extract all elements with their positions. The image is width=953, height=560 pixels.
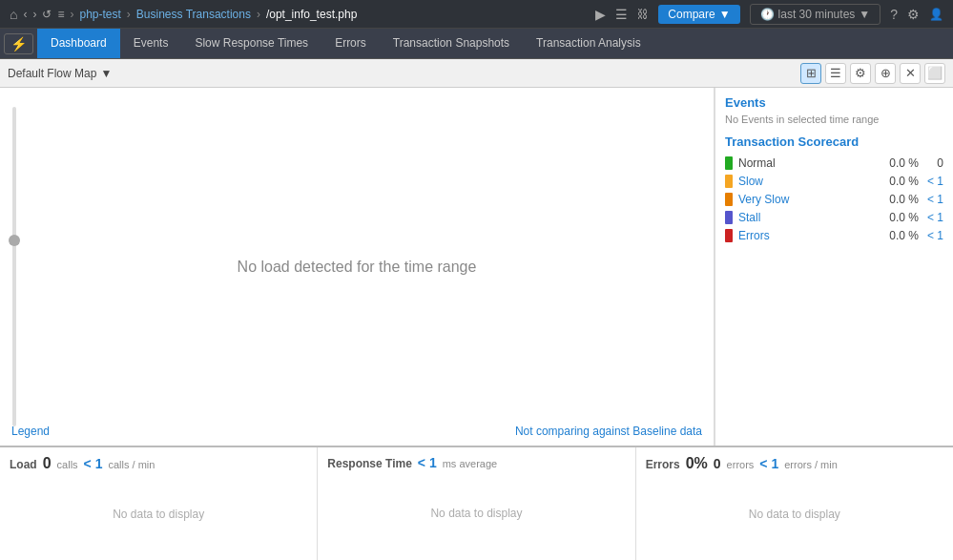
main-area: No load detected for the time range Lege… bbox=[0, 88, 953, 446]
zoom-slider[interactable] bbox=[8, 107, 21, 426]
events-subtitle: No Events in selected time range bbox=[725, 114, 943, 125]
back-icon[interactable]: ‹ bbox=[23, 8, 27, 21]
slow-label[interactable]: Slow bbox=[738, 175, 879, 188]
response-time-title: Response Time bbox=[327, 457, 411, 470]
breadcrumb-business-transactions[interactable]: Business Transactions bbox=[136, 8, 251, 21]
load-rate-value: < 1 bbox=[84, 456, 103, 471]
clock-icon: 🕐 bbox=[760, 8, 775, 21]
stall-bar bbox=[725, 211, 733, 224]
very-slow-bar bbox=[725, 193, 733, 206]
no-data-message: No load detected for the time range bbox=[238, 259, 477, 276]
tab-slow-response-times[interactable]: Slow Response Times bbox=[181, 29, 321, 58]
nav-bar: ⚡ Dashboard Events Slow Response Times E… bbox=[0, 29, 953, 59]
toolbar-row: Default Flow Map ▼ ⊞ ☰ ⚙ ⊕ ✕ ⬜ bbox=[0, 59, 953, 88]
user-icon[interactable]: 👤 bbox=[929, 8, 943, 21]
errors-bar bbox=[725, 229, 733, 242]
errors-unit1: errors bbox=[727, 459, 755, 470]
normal-count: 0 bbox=[924, 156, 943, 170]
close-icon[interactable]: ✕ bbox=[900, 63, 921, 84]
lightning-button[interactable]: ⚡ bbox=[4, 33, 33, 54]
tab-dashboard[interactable]: Dashboard bbox=[37, 29, 120, 58]
response-time-no-data: No data to display bbox=[327, 474, 625, 552]
breadcrumb-current: /opt_info_test.php bbox=[266, 8, 357, 21]
errors-metric-title: Errors bbox=[646, 458, 680, 471]
compare-label: Compare bbox=[668, 8, 715, 21]
scorecard-title: Transaction Scorecard bbox=[725, 135, 943, 149]
very-slow-label[interactable]: Very Slow bbox=[738, 193, 879, 206]
baseline-message: Not comparing against Baseline data bbox=[515, 425, 702, 438]
tab-transaction-snapshots[interactable]: Transaction Snapshots bbox=[380, 29, 523, 58]
video-icon[interactable]: ▶ bbox=[595, 7, 606, 22]
load-panel: Load 0 calls < 1 calls / min No data to … bbox=[0, 447, 318, 560]
errors-rate-value: < 1 bbox=[759, 456, 778, 471]
scorecard-row-slow: Slow 0.0 % < 1 bbox=[725, 175, 943, 188]
tab-events[interactable]: Events bbox=[120, 29, 182, 58]
scorecard-row-normal: Normal 0.0 % 0 bbox=[725, 156, 943, 170]
slow-bar bbox=[725, 175, 733, 188]
errors-count-value: 0 bbox=[714, 456, 721, 471]
top-bar-right: ▶ ☰ ⛓ Compare ▼ 🕐 last 30 minutes ▼ ? ⚙ … bbox=[595, 4, 943, 25]
flow-map-panel: No load detected for the time range Lege… bbox=[0, 88, 715, 446]
response-time-value: < 1 bbox=[418, 455, 437, 470]
slider-thumb[interactable] bbox=[9, 235, 20, 246]
normal-label: Normal bbox=[738, 156, 879, 170]
stall-label[interactable]: Stall bbox=[738, 211, 879, 224]
compare-button[interactable]: Compare ▼ bbox=[658, 5, 739, 24]
normal-pct: 0.0 % bbox=[884, 156, 919, 170]
scorecard-row-errors: Errors 0.0 % < 1 bbox=[725, 229, 943, 242]
flow-map-selector[interactable]: Default Flow Map ▼ bbox=[8, 67, 112, 80]
fullscreen-icon[interactable]: ⬜ bbox=[924, 63, 945, 84]
doc-icon[interactable]: ☰ bbox=[615, 7, 628, 22]
time-range-button[interactable]: 🕐 last 30 minutes ▼ bbox=[750, 4, 881, 25]
tab-transaction-analysis[interactable]: Transaction Analysis bbox=[523, 29, 654, 58]
load-rate-unit: calls / min bbox=[108, 459, 155, 470]
time-range-label: last 30 minutes bbox=[778, 8, 856, 21]
events-title: Events bbox=[725, 95, 943, 110]
errors-pct-value: 0% bbox=[686, 455, 708, 472]
question-icon[interactable]: ? bbox=[890, 7, 898, 22]
top-bar: ⌂ ‹ › ↺ ≡ › php-test › Business Transact… bbox=[0, 0, 953, 29]
legend-link[interactable]: Legend bbox=[11, 425, 50, 438]
scorecard-row-very-slow: Very Slow 0.0 % < 1 bbox=[725, 193, 943, 206]
errors-pct: 0.0 % bbox=[884, 229, 919, 242]
bottom-metrics: Load 0 calls < 1 calls / min No data to … bbox=[0, 446, 953, 560]
breadcrumb-area: ⌂ ‹ › ↺ ≡ › php-test › Business Transact… bbox=[10, 7, 357, 22]
right-panel: Events No Events in selected time range … bbox=[715, 88, 953, 446]
slider-bar bbox=[12, 107, 16, 426]
gear-icon[interactable]: ⚙ bbox=[907, 7, 920, 22]
load-title: Load bbox=[10, 458, 37, 471]
response-time-unit: ms average bbox=[443, 458, 497, 469]
flow-map-label: Default Flow Map bbox=[8, 67, 96, 80]
errors-label[interactable]: Errors bbox=[738, 229, 879, 242]
home-icon[interactable]: ⌂ bbox=[10, 7, 17, 22]
load-unit-calls: calls bbox=[57, 459, 78, 470]
grid-view-icon[interactable]: ⊞ bbox=[800, 63, 821, 84]
settings-icon[interactable]: ⚙ bbox=[850, 63, 871, 84]
load-no-data: No data to display bbox=[10, 476, 307, 552]
slow-pct: 0.0 % bbox=[884, 175, 919, 188]
refresh-icon[interactable]: ↺ bbox=[42, 8, 52, 21]
lightning-area: ⚡ bbox=[4, 29, 33, 58]
errors-header: Errors 0% 0 errors < 1 errors / min bbox=[646, 455, 943, 472]
list-view-icon[interactable]: ☰ bbox=[825, 63, 846, 84]
slow-count: < 1 bbox=[924, 175, 943, 188]
breadcrumb-phptest[interactable]: php-test bbox=[79, 8, 120, 21]
link-icon[interactable]: ⛓ bbox=[637, 8, 649, 21]
normal-bar bbox=[725, 156, 733, 170]
expand-icon[interactable]: ⊕ bbox=[875, 63, 896, 84]
flow-map-dropdown-icon: ▼ bbox=[100, 67, 112, 80]
very-slow-count: < 1 bbox=[924, 193, 943, 206]
tab-errors[interactable]: Errors bbox=[321, 29, 380, 58]
load-header: Load 0 calls < 1 calls / min bbox=[10, 455, 307, 472]
menu-icon[interactable]: ≡ bbox=[57, 8, 64, 21]
response-time-panel: Response Time < 1 ms average No data to … bbox=[318, 447, 635, 560]
errors-count: < 1 bbox=[924, 229, 943, 242]
stall-count: < 1 bbox=[924, 211, 943, 224]
errors-no-data: No data to display bbox=[646, 476, 943, 552]
stall-pct: 0.0 % bbox=[884, 211, 919, 224]
compare-dropdown-icon: ▼ bbox=[719, 8, 731, 21]
forward-icon[interactable]: › bbox=[32, 8, 36, 21]
errors-panel: Errors 0% 0 errors < 1 errors / min No d… bbox=[636, 447, 953, 560]
very-slow-pct: 0.0 % bbox=[884, 193, 919, 206]
time-dropdown-icon: ▼ bbox=[859, 8, 870, 21]
